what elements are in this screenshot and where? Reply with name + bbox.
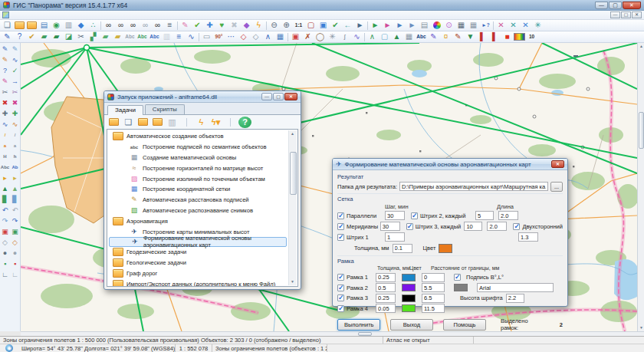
task-item[interactable]: ≈ Построение горизонталей по матрице выс… bbox=[109, 163, 287, 173]
open-recent-icon[interactable] bbox=[26, 21, 38, 31]
color-wheel-icon[interactable] bbox=[431, 21, 442, 31]
text-icon[interactable]: Abc bbox=[0, 162, 10, 173]
edit-object-icon[interactable]: ✎ bbox=[0, 54, 10, 65]
frame1-color-swatch[interactable] bbox=[402, 274, 416, 281]
sep1[interactable] bbox=[100, 21, 102, 31]
edit-list-icon[interactable]: ≡ bbox=[173, 32, 185, 42]
search-semantics-icon[interactable]: ∞ bbox=[115, 21, 127, 31]
attr-icon[interactable]: a bbox=[10, 140, 20, 151]
frame1-checkbox[interactable] bbox=[337, 274, 344, 281]
rosette-icon[interactable]: ✳ bbox=[327, 32, 338, 42]
task-list-scrollbar[interactable]: ▲ ▼ bbox=[288, 130, 297, 285]
font-color-swatch[interactable] bbox=[454, 284, 468, 291]
point-icon[interactable]: ● bbox=[0, 248, 10, 258]
scissors-icon[interactable]: ✂ bbox=[10, 87, 20, 97]
frame4-thickness-input[interactable] bbox=[376, 304, 396, 313]
edit-map-icon[interactable]: ► bbox=[382, 21, 393, 31]
sep1[interactable] bbox=[198, 32, 200, 42]
torch-icon[interactable]: ▸ bbox=[0, 173, 10, 183]
scale-partial-label[interactable]: 10 bbox=[526, 32, 537, 42]
dot-icon[interactable]: ● bbox=[10, 248, 20, 258]
folder-item[interactable]: Граф дорог bbox=[109, 268, 287, 279]
image-icon[interactable]: ▣ bbox=[10, 226, 20, 237]
frame3-color-swatch[interactable] bbox=[402, 294, 416, 302]
minimize-button[interactable]: — bbox=[595, 2, 608, 9]
new-task-icon[interactable]: ❏ bbox=[122, 117, 135, 128]
chart-icon[interactable]: ▊ bbox=[10, 194, 20, 205]
frame3-checkbox[interactable] bbox=[337, 294, 344, 301]
sep3[interactable] bbox=[265, 21, 268, 31]
edit-nodes-icon[interactable]: ✕ bbox=[495, 21, 507, 31]
sep2[interactable] bbox=[224, 117, 237, 128]
dialog1-close-button[interactable]: ✕ bbox=[284, 93, 297, 100]
folder-item[interactable]: Геологические задачи bbox=[109, 258, 287, 268]
full-extent-icon[interactable]: ▢ bbox=[305, 21, 317, 31]
label-curve-icon[interactable]: Abc bbox=[149, 32, 160, 42]
palette-icon[interactable]: ▣ bbox=[0, 226, 10, 237]
map-layers-icon[interactable]: ◆ bbox=[75, 21, 87, 31]
back-arrow-icon[interactable]: ↶ bbox=[10, 205, 20, 215]
highlight-icon[interactable]: ¤ bbox=[440, 32, 452, 42]
freehand-icon[interactable]: ∿ bbox=[186, 32, 197, 42]
scroll-down-icon[interactable]: ▼ bbox=[638, 324, 644, 331]
forest-icon[interactable]: ▲ bbox=[10, 183, 20, 194]
help-button[interactable]: Помощь bbox=[443, 319, 486, 331]
cursor-icon[interactable]: ► bbox=[354, 21, 366, 31]
print-icon[interactable]: ▦ bbox=[455, 21, 467, 31]
frame2-color-swatch[interactable] bbox=[402, 284, 416, 291]
run-options-icon[interactable]: ϟ▾ bbox=[209, 117, 222, 128]
sep5[interactable] bbox=[492, 21, 495, 31]
join-node-icon[interactable]: ✕ bbox=[520, 21, 531, 31]
twosided-checkbox[interactable] bbox=[513, 223, 520, 230]
search-inactive-icon[interactable]: ∞ bbox=[140, 21, 151, 31]
maximize-button[interactable]: ▢ bbox=[609, 2, 622, 9]
frame1-distance-input[interactable] bbox=[422, 273, 445, 282]
new-folder-icon[interactable] bbox=[107, 117, 120, 128]
search-area-icon[interactable]: ∞ bbox=[152, 21, 163, 31]
run-button[interactable]: Выполнить bbox=[337, 319, 380, 331]
abc-icon[interactable]: Ab bbox=[10, 162, 20, 173]
redo-icon[interactable]: ↷ bbox=[0, 215, 10, 226]
import-green-icon[interactable]: ▼ bbox=[465, 32, 476, 42]
apply-icon[interactable]: ✓ bbox=[10, 65, 20, 76]
dash3-every-input[interactable] bbox=[464, 222, 482, 231]
ruler-icon[interactable]: / bbox=[0, 130, 10, 140]
move-part-icon[interactable]: ◪ bbox=[63, 32, 74, 42]
select-color-icon[interactable]: ■ bbox=[501, 32, 513, 42]
close-button[interactable]: ✕ bbox=[623, 2, 641, 9]
create-area-icon[interactable]: ▰ bbox=[38, 32, 50, 42]
fill-icon[interactable]: ▪ bbox=[10, 258, 20, 269]
dialog2-titlebar[interactable]: ✈ Формирование математической основы аэр… bbox=[333, 159, 567, 170]
search-icon[interactable]: ∞ bbox=[103, 21, 114, 31]
legend-tree-icon[interactable]: ∴ bbox=[87, 21, 99, 31]
calc-table-icon[interactable]: ▦ bbox=[403, 32, 415, 42]
snap-node-icon[interactable]: ✳ bbox=[532, 21, 544, 31]
peaks-icon[interactable]: ∧ bbox=[262, 32, 274, 42]
edit-point-icon[interactable]: ► bbox=[370, 21, 381, 31]
cut-icon[interactable]: ✂ bbox=[0, 87, 10, 97]
caption-checkbox[interactable] bbox=[454, 274, 461, 281]
status-scale[interactable]: 1 : 552 078 bbox=[176, 344, 212, 352]
frame2-checkbox[interactable] bbox=[337, 285, 344, 291]
frame2-distance-input[interactable] bbox=[422, 283, 445, 292]
parallels-checkbox[interactable] bbox=[337, 212, 344, 219]
create-line-icon[interactable]: ✎ bbox=[10, 44, 20, 54]
meridians-checkbox[interactable] bbox=[337, 223, 344, 230]
dash1-checkbox[interactable] bbox=[337, 234, 344, 241]
semantics-icon[interactable]: a bbox=[0, 140, 10, 151]
delete-label-icon[interactable]: Abc bbox=[124, 32, 136, 42]
create-object-icon[interactable]: ✎ bbox=[0, 44, 10, 54]
search-text-icon[interactable]: ∞ bbox=[127, 21, 139, 31]
node-icon[interactable]: ✚ bbox=[10, 108, 20, 119]
edit-doc-icon[interactable]: ✎ bbox=[428, 32, 439, 42]
digitize-icon[interactable]: ✎ bbox=[2, 32, 13, 42]
erase-icon[interactable]: ✖ bbox=[10, 97, 20, 108]
dialog1-minimize-button[interactable]: — bbox=[261, 93, 272, 100]
red-book-icon[interactable]: ▌ bbox=[477, 32, 488, 42]
mdi-minimize-button[interactable]: — bbox=[610, 12, 620, 18]
text-tool-icon[interactable]: Abc bbox=[416, 32, 427, 42]
polyline-icon[interactable]: ∧ bbox=[366, 32, 378, 42]
find-list-icon[interactable]: ≡ bbox=[164, 21, 176, 31]
help-edit-icon[interactable]: ? bbox=[0, 65, 10, 76]
back-icon[interactable]: ← bbox=[342, 21, 353, 31]
